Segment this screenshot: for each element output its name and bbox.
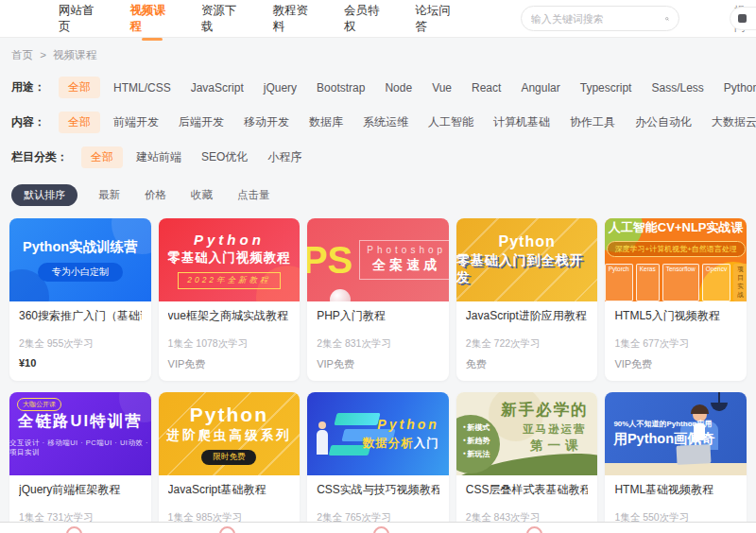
course-card[interactable]: 新模式 新趋势 新玩法 新手必学的 亚马逊运营 第一课 CSS层叠样式表基础教程… — [456, 392, 598, 533]
sort-newest[interactable]: 最新 — [98, 188, 120, 202]
banner-title: 全案速成 — [367, 257, 446, 274]
banner-title-line3: 第一课 — [530, 438, 583, 455]
filter-row-content: 内容： 全部 前端开发 后端开发 移动开发 数据库 系统运维 人工智能 计算机基… — [9, 105, 747, 140]
filter-content-cs-basics[interactable]: 计算机基础 — [493, 114, 550, 130]
course-card[interactable]: 人工智能CV+NLP实战课 深度学习+计算机视觉+自然语言处理 Pytorch … — [605, 218, 747, 381]
footer-strip — [0, 522, 756, 533]
filter-usage-angular[interactable]: Angular — [521, 81, 559, 95]
filter-usage-react[interactable]: React — [472, 81, 501, 95]
course-card[interactable]: Python 进阶爬虫高级系列 限时免费 JavaScript基础教程 1集全 … — [159, 392, 301, 533]
course-banner: 90%人不知道的Pyhthon应用 用Python画佩奇 — [605, 392, 747, 475]
banner-title-rest: 入门 — [414, 437, 439, 450]
course-banner: Python 数据分析入门 — [307, 392, 449, 475]
course-meta: 1集全 1078次学习 — [168, 337, 291, 351]
banner-title-line2: 用Python画佩奇 — [613, 430, 714, 448]
filter-usage-python[interactable]: Python — [724, 81, 756, 95]
banner-brand: Photoshop — [367, 245, 446, 255]
banner-title-em: 数据分析 — [363, 437, 414, 450]
nav-item-home[interactable]: 网站首页 — [59, 0, 103, 46]
course-card[interactable]: 90%人不知道的Pyhthon应用 用Python画佩奇 HTML基础视频教程 … — [605, 392, 747, 533]
filter-row-usage: 用途： 全部 HTML/CSS JavaScript jQuery Bootst… — [9, 70, 747, 105]
filter-usage-vue[interactable]: Vue — [432, 81, 452, 95]
search-input[interactable] — [531, 13, 665, 25]
banner-python-label: Python — [194, 232, 265, 248]
filter-category-seo[interactable]: SEO优化 — [201, 149, 248, 165]
banner-title-line2: 亚马逊运营 — [523, 422, 587, 437]
user-pill-button[interactable] — [730, 7, 756, 30]
filter-category-miniprogram[interactable]: 小程序 — [267, 149, 301, 165]
filter-content-ops[interactable]: 系统运维 — [363, 114, 408, 130]
filter-content-database[interactable]: 数据库 — [309, 114, 343, 130]
course-title: jQuery前端框架教程 — [19, 483, 142, 497]
filter-content-bigdata[interactable]: 大数据云计算 — [712, 114, 756, 130]
sort-favorites[interactable]: 收藏 — [191, 188, 213, 202]
filter-usage-javascript[interactable]: JavaScript — [191, 81, 244, 95]
filter-label-usage: 用途： — [11, 79, 45, 95]
footer-feature-icon — [66, 526, 82, 533]
course-title: JavaScript基础教程 — [168, 483, 291, 497]
sort-clicks[interactable]: 点击量 — [237, 188, 270, 202]
banner-tag: Opencv — [702, 264, 730, 301]
nav-item-forum[interactable]: 论坛问答 — [415, 0, 459, 46]
sort-price[interactable]: 价格 — [145, 188, 166, 202]
course-banner: Python实战训练营 专为小白定制 — [9, 218, 151, 301]
banner-title: 人工智能CV+NLP实战课 — [609, 219, 744, 236]
banner-python-label: Python — [377, 417, 438, 432]
nav-item-tutorials[interactable]: 教程资料 — [272, 0, 317, 46]
course-banner: Python 零基础入门视频教程 2022年全新教程 — [159, 218, 301, 301]
top-navbar: 网站首页 视频课程 资源下载 教程资料 会员特权 论坛问答 提问 — [0, 0, 756, 38]
course-meta: 2集全 955次学习 — [19, 337, 142, 351]
course-banner: PS Photoshop 全案速成 — [307, 218, 449, 301]
course-price: 免费 — [466, 357, 589, 371]
footer-feature-icon — [219, 526, 235, 533]
filter-content-ai[interactable]: 人工智能 — [428, 114, 473, 130]
nav-item-downloads[interactable]: 资源下载 — [201, 0, 246, 46]
filter-content-backend[interactable]: 后端开发 — [179, 114, 224, 130]
filter-category-site-frontend[interactable]: 建站前端 — [136, 149, 181, 165]
course-card[interactable]: PS Photoshop 全案速成 PHP入门教程 2集全 831次学习 VIP… — [307, 218, 449, 381]
nav-item-vip[interactable]: 会员特权 — [344, 0, 388, 46]
filter-content-all[interactable]: 全部 — [59, 112, 100, 133]
banner-subtitle-pill: 专为小白定制 — [38, 263, 123, 282]
filter-usage-node[interactable]: Node — [385, 81, 412, 95]
main-nav: 网站首页 视频课程 资源下载 教程资料 会员特权 论坛问答 — [59, 0, 460, 46]
sort-default[interactable]: 默认排序 — [11, 184, 77, 206]
filter-content-mobile[interactable]: 移动开发 — [244, 114, 289, 130]
course-banner: 人工智能CV+NLP实战课 深度学习+计算机视觉+自然语言处理 Pytorch … — [605, 218, 747, 301]
filter-category-all[interactable]: 全部 — [81, 146, 123, 168]
course-card[interactable]: Python实战训练营 专为小白定制 360搜索推广入门（基础课） 2集全 95… — [9, 218, 151, 381]
filter-usage-all[interactable]: 全部 — [59, 77, 100, 98]
banner-tag: Tensorflow — [662, 264, 699, 301]
filter-content-office[interactable]: 办公自动化 — [635, 114, 692, 130]
course-banner: 大咖公开课 全链路UI特训营 交互设计 · 移动端UI · PC端UI · UI… — [9, 392, 151, 475]
filter-usage-htmlcss[interactable]: HTML/CSS — [113, 81, 171, 95]
breadcrumb-home[interactable]: 首页 — [11, 49, 33, 60]
banner-bullet: 新趋势 — [463, 434, 490, 447]
banner-lamp-decor — [711, 403, 728, 411]
course-title: 360搜索推广入门（基础课） — [19, 309, 142, 323]
course-card[interactable]: Python 零基础入门到全栈开发 JavaScript进阶应用教程 2集全 7… — [456, 218, 598, 381]
course-banner: 新模式 新趋势 新玩法 新手必学的 亚马逊运营 第一课 — [456, 392, 598, 475]
breadcrumb-current: 视频课程 — [53, 49, 96, 60]
filter-usage-typescript[interactable]: Typescript — [580, 81, 632, 95]
filter-usage-sassless[interactable]: Sass/Less — [651, 81, 703, 95]
banner-title-line1: 新手必学的 — [501, 400, 589, 421]
filter-usage-bootstrap[interactable]: Bootstrap — [317, 81, 365, 95]
filter-content-collab[interactable]: 协作工具 — [570, 114, 615, 130]
banner-person-illustration — [691, 404, 709, 414]
filter-content-frontend[interactable]: 前端开发 — [113, 114, 159, 130]
filter-usage-jquery[interactable]: jQuery — [264, 81, 297, 95]
course-card[interactable]: Python 数据分析入门 CSS实战与技巧视频教程 2集全 765次学习 ¥0… — [307, 392, 449, 533]
course-title: HTML基础视频教程 — [614, 483, 737, 497]
nav-item-video-courses[interactable]: 视频课程 — [129, 0, 174, 46]
course-card[interactable]: Python 零基础入门视频教程 2022年全新教程 vue框架之商城实战教程 … — [159, 218, 301, 381]
breadcrumb-separator: > — [40, 49, 46, 60]
banner-title: 进阶爬虫高级系列 — [166, 427, 291, 444]
course-card[interactable]: 大咖公开课 全链路UI特训营 交互设计 · 移动端UI · PC端UI · UI… — [9, 392, 151, 533]
banner-title-line1: 90%人不知道的Pyhthon应用 — [613, 419, 712, 429]
banner-badge: 2022年全新教程 — [178, 272, 280, 289]
main-content: 首页 > 视频课程 用途： 全部 HTML/CSS JavaScript jQu… — [0, 38, 756, 533]
course-price: ¥10 — [19, 357, 142, 369]
banner-python-label: Python — [190, 404, 268, 426]
search-icon[interactable] — [665, 12, 669, 26]
